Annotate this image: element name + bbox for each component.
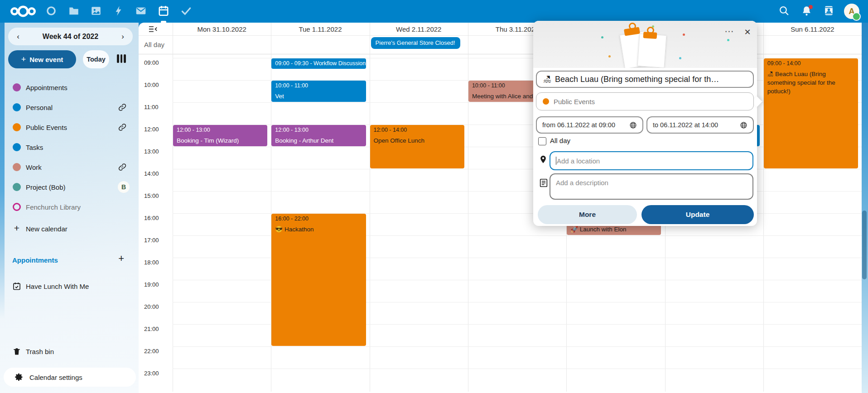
calendar-color-dot[interactable] [13, 143, 21, 151]
contacts-menu-icon[interactable] [823, 5, 836, 18]
plus-icon: + [21, 55, 26, 64]
hour-line [173, 191, 862, 192]
calendar-check-icon [12, 282, 21, 291]
today-button[interactable]: Today [83, 50, 109, 68]
hour-label: 10:00 [144, 81, 159, 88]
activity-app-icon[interactable] [113, 5, 125, 18]
files-app-icon[interactable] [68, 5, 81, 18]
popup-close-icon[interactable]: ✕ [742, 26, 753, 38]
sidebar-calendar-personal[interactable]: Personal [5, 97, 135, 117]
sidebar-calendar-fenchurch-library[interactable]: Fenchurch Library [5, 197, 135, 217]
appointments-heading: Appointments [12, 256, 58, 264]
event-time: 09:00 - 14:00 [767, 60, 854, 67]
timezone-globe-icon[interactable] [740, 121, 747, 129]
collapse-allday-icon[interactable] [149, 26, 158, 33]
notification-dot [809, 5, 813, 9]
calendar-app-icon[interactable] [158, 5, 170, 18]
appointment-item[interactable]: Have Lunch With Me [5, 276, 135, 296]
event-time: 10:00 - 11:00 [275, 82, 362, 89]
calendar-color-dot[interactable] [13, 163, 21, 171]
description-input[interactable]: Add a description [550, 173, 753, 200]
sidebar-calendar-appointments[interactable]: Appointments [5, 77, 135, 97]
calendar-event[interactable]: 12:00 - 13:00Booking - Arthur Dent [271, 125, 366, 146]
calendar-settings-button[interactable]: Calendar settings [4, 368, 136, 387]
event-time: 12:00 - 13:00 [177, 127, 264, 133]
calendar-event[interactable]: 09:00 - 14:00🏖 Beach Luau (Bring somethi… [764, 58, 858, 168]
hour-label: 13:00 [144, 148, 159, 155]
day-header[interactable]: Sun 6.11.2022 [763, 23, 862, 35]
sidebar-calendar-public-events[interactable]: Public Events [5, 117, 135, 137]
location-input[interactable]: Add a location [550, 151, 753, 170]
event-title-input[interactable]: 🏖 Beach Luau (Bring something special fo… [536, 71, 754, 88]
plus-icon: + [12, 224, 21, 233]
share-link-icon[interactable] [118, 103, 127, 112]
event-title: Booking - Tim (Wizard) [177, 136, 264, 145]
sidebar-calendar-tasks[interactable]: Tasks [5, 137, 135, 157]
calendar-label: Project (Bob) [26, 183, 66, 191]
calendar-event[interactable]: 10:00 - 11:00Vet [271, 81, 366, 102]
hour-label: 18:00 [144, 259, 159, 266]
notifications-bell-icon[interactable] [801, 5, 814, 18]
confetti-dot [652, 25, 654, 28]
week-label: Week 44 of 2022 [43, 33, 98, 41]
hour-label: 16:00 [144, 215, 159, 221]
tasks-app-icon[interactable] [180, 5, 193, 18]
calendar-label: Appointments [26, 84, 68, 91]
allday-event[interactable]: Pierre's General Store Closed! [371, 37, 460, 49]
confetti-dot [601, 36, 603, 38]
app-window: A ‹ Week 44 of 2022 › + New event Today … [0, 0, 868, 393]
day-header[interactable]: Tue 1.11.2022 [271, 23, 369, 35]
event-title: Booking - Arthur Dent [275, 136, 362, 145]
more-button[interactable]: More [538, 205, 637, 224]
calendar-label: Public Events [26, 124, 67, 131]
day-header[interactable]: Wed 2.11.2022 [370, 23, 468, 35]
popup-more-actions-icon[interactable]: ⋯ [723, 25, 736, 38]
trash-bin-button[interactable]: Trash bin [5, 341, 135, 361]
sidebar-background-strip [0, 23, 5, 393]
next-week-button[interactable]: › [119, 32, 126, 41]
calendar-label: Tasks [26, 144, 43, 151]
sidebar-calendar-project-bob-[interactable]: Project (Bob)B [5, 177, 135, 197]
circles-app-icon[interactable] [45, 5, 58, 18]
nextcloud-logo-icon[interactable] [10, 5, 36, 18]
new-calendar-button[interactable]: + New calendar [5, 219, 135, 239]
vertical-scrollbar[interactable] [862, 211, 867, 279]
previous-week-button[interactable]: ‹ [14, 32, 22, 41]
event-title: Vet [275, 92, 362, 101]
hour-label: 21:00 [144, 326, 159, 332]
share-link-icon[interactable] [118, 163, 127, 172]
calendar-event[interactable]: 12:00 - 13:00Booking - Tim (Wizard) [173, 125, 267, 146]
new-event-button[interactable]: + New event [8, 50, 76, 68]
search-icon[interactable] [778, 5, 791, 18]
event-time: 09:00 - 09:30 - Workflow Discussion [275, 60, 362, 67]
view-mode-icon[interactable] [117, 54, 127, 64]
calendar-color-dot[interactable] [13, 123, 21, 131]
mail-app-icon[interactable] [135, 5, 148, 18]
allday-checkbox[interactable] [538, 137, 546, 145]
hour-label: 17:00 [144, 237, 159, 244]
top-bar: A [0, 0, 868, 23]
calendar-picker[interactable]: Public Events [536, 92, 754, 110]
calendar-color-dot[interactable] [13, 103, 21, 111]
calendar-label: Personal [26, 104, 53, 111]
hour-line [173, 169, 862, 169]
timezone-globe-icon[interactable] [629, 121, 637, 129]
calendar-color-dot[interactable] [13, 183, 21, 191]
calendar-event[interactable]: 12:00 - 14:00Open Office Lunch [370, 125, 464, 168]
sidebar-calendar-work[interactable]: Work [5, 157, 135, 177]
event-time: 12:00 - 14:00 [374, 127, 461, 133]
calendar-color-dot[interactable] [13, 203, 21, 211]
share-link-icon[interactable] [118, 123, 127, 132]
calendar-event[interactable]: 16:00 - 22:00😎 Hackathon [271, 214, 366, 346]
update-button[interactable]: Update [641, 205, 754, 224]
calendar-color-dot[interactable] [13, 83, 21, 91]
text-caret [556, 157, 556, 165]
photos-app-icon[interactable] [90, 5, 103, 18]
calendar-picker-value: Public Events [554, 98, 595, 105]
to-datetime-field[interactable]: to 06.11.2022 at 14:00 [646, 116, 754, 134]
day-header[interactable]: Mon 31.10.2022 [173, 23, 271, 35]
from-datetime-field[interactable]: from 06.11.2022 at 09:00 [536, 116, 643, 134]
add-appointment-config-button[interactable]: + [118, 253, 124, 264]
avatar[interactable]: A [844, 4, 859, 19]
calendar-event[interactable]: 09:00 - 09:30 - Workflow Discussion [271, 58, 366, 69]
